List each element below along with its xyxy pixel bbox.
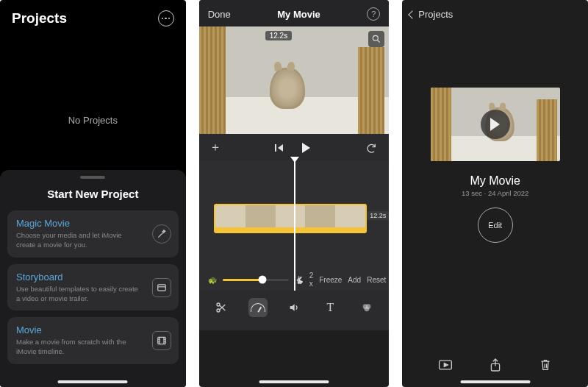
bottom-actions [402, 358, 588, 372]
project-title: My Movie [402, 174, 588, 188]
no-projects-label: No Projects [0, 34, 186, 177]
filters-icon[interactable] [357, 298, 376, 317]
sheet-grabber[interactable] [80, 176, 105, 179]
back-label: Projects [418, 9, 453, 20]
sheet-title: Start New Project [7, 188, 179, 200]
speed-value: 2 x [309, 271, 314, 288]
timeline-clip[interactable] [214, 204, 368, 233]
turtle-icon: 🐢 [208, 276, 217, 284]
zoom-icon[interactable] [368, 31, 384, 47]
play-icon[interactable] [302, 143, 310, 153]
skip-back-icon[interactable] [275, 144, 283, 152]
svg-point-3 [217, 303, 220, 306]
svg-rect-1 [157, 338, 165, 344]
editor-screen: Done My Movie ? 12.2s ＋ [199, 0, 390, 387]
option-magic-movie[interactable]: Magic Movie Choose your media and let iM… [7, 210, 179, 258]
storyboard-icon [152, 278, 171, 297]
option-title: Movie [16, 324, 142, 335]
speed-icon[interactable] [248, 298, 268, 317]
clip-duration-label: 12.2s [367, 211, 389, 220]
projects-screen: Projects No Projects Start New Project M… [0, 0, 186, 387]
film-icon [152, 331, 171, 350]
option-title: Magic Movie [16, 218, 142, 229]
project-thumbnail[interactable] [431, 88, 560, 161]
add-media-icon[interactable]: ＋ [209, 140, 221, 155]
play-fullscreen-icon[interactable] [438, 358, 453, 372]
speed-controls: 🐢 🐇 2 x Freeze Add Reset [208, 271, 381, 288]
home-indicator[interactable] [58, 380, 128, 383]
option-desc: Choose your media and let iMovie create … [16, 231, 142, 250]
split-icon[interactable] [212, 298, 231, 317]
share-icon[interactable] [488, 358, 503, 372]
duration-badge: 12.2s [265, 31, 292, 40]
svg-point-7 [364, 307, 369, 312]
editor-header: Done My Movie ? [199, 0, 390, 26]
play-overlay-icon[interactable] [481, 110, 510, 139]
undo-icon[interactable] [364, 141, 379, 155]
preview-viewer[interactable]: 12.2s [199, 26, 390, 134]
editor-toolbar: T [199, 291, 390, 330]
projects-header: Projects [0, 0, 186, 34]
back-button[interactable]: Projects [402, 0, 588, 26]
freeze-button[interactable]: Freeze [319, 276, 342, 284]
projects-title: Projects [12, 10, 67, 26]
option-storyboard[interactable]: Storyboard Use beautiful templates to ea… [7, 264, 179, 311]
editor-title: My Movie [277, 9, 320, 20]
option-title: Storyboard [16, 271, 142, 283]
svg-point-2 [373, 35, 379, 40]
chevron-left-icon [409, 10, 417, 18]
home-indicator[interactable] [460, 380, 530, 383]
timeline[interactable]: 12.2s 🐢 🐇 2 x Freeze Add Reset [199, 161, 390, 291]
svg-point-4 [217, 309, 220, 312]
option-movie[interactable]: Movie Make a movie from scratch with the… [7, 317, 179, 364]
add-speed-button[interactable]: Add [348, 276, 361, 284]
reset-speed-button[interactable]: Reset [367, 276, 386, 284]
option-desc: Use beautiful templates to easily create… [16, 285, 142, 304]
new-project-sheet: Start New Project Magic Movie Choose you… [0, 170, 186, 387]
help-icon[interactable]: ? [367, 7, 380, 21]
svg-rect-0 [157, 284, 165, 290]
titles-icon[interactable]: T [320, 298, 340, 317]
speed-slider[interactable] [223, 279, 289, 281]
project-meta: 13 sec · 24 April 2022 [402, 189, 588, 197]
magic-wand-icon [152, 224, 171, 244]
done-button[interactable]: Done [208, 9, 231, 20]
edit-button[interactable]: Edit [478, 207, 513, 243]
volume-icon[interactable] [284, 298, 304, 317]
project-details-screen: Projects My Movie 13 sec · 24 April 2022… [402, 0, 588, 387]
option-desc: Make a movie from scratch with the iMovi… [16, 338, 142, 357]
more-options-icon[interactable] [158, 10, 174, 26]
trash-icon[interactable] [538, 358, 553, 372]
home-indicator[interactable] [259, 380, 329, 383]
rabbit-icon: 🐇 [295, 276, 304, 284]
